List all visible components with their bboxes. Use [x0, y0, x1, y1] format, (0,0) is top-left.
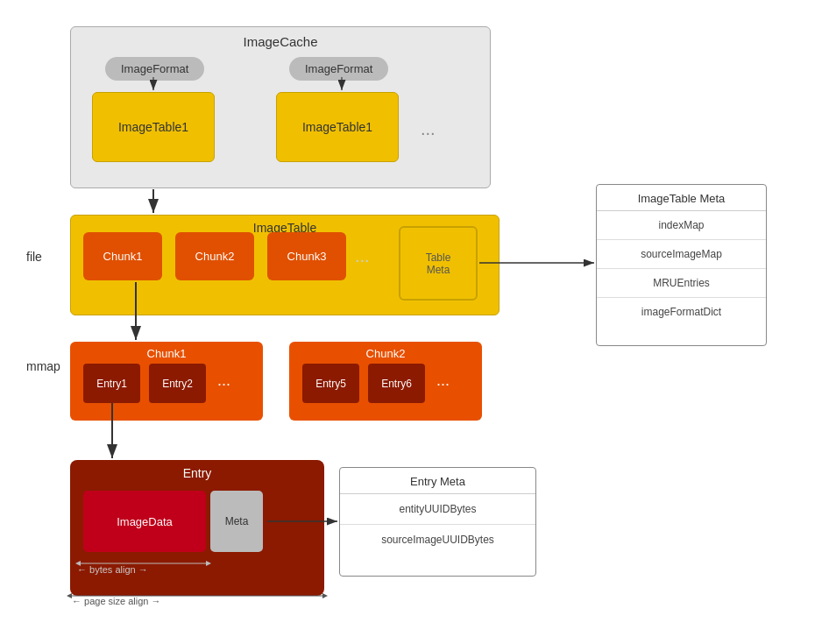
imagetable-meta-box: ImageTable Meta indexMap sourceImageMap … — [596, 184, 767, 346]
imagetable-meta-title: ImageTable Meta — [597, 185, 766, 211]
image-table-inner-1: ImageTable1 — [92, 92, 215, 162]
entry-big-label: Entry — [70, 460, 324, 480]
chunk2-imagetable: Chunk2 — [175, 232, 254, 280]
page-size-align-label: ← page size align → — [72, 596, 161, 606]
image-format-pill-1: ImageFormat — [105, 57, 204, 81]
chunk2-mmap-dots: ··· — [436, 375, 450, 393]
meta-box-entry: Meta — [210, 491, 263, 552]
table-meta-box: TableMeta — [399, 226, 478, 301]
it-meta-row-0: indexMap — [597, 211, 766, 240]
chunk3-imagetable: Chunk3 — [267, 232, 346, 280]
entry-meta-row-1: sourceImageUUIDBytes — [340, 525, 535, 555]
entry5-box: Entry5 — [302, 364, 359, 403]
chunk2-mmap-label: Chunk2 — [289, 342, 482, 360]
entry-meta-row-0: entityUUIDBytes — [340, 494, 535, 525]
entry-meta-box: Entry Meta entityUUIDBytes sourceImageUU… — [339, 467, 536, 577]
entry-meta-title: Entry Meta — [340, 468, 535, 494]
image-cache-label: ImageCache — [71, 27, 490, 49]
it-meta-row-2: MRUEntries — [597, 269, 766, 298]
chunk1-mmap-label: Chunk1 — [70, 342, 263, 360]
bytes-align-label: ← bytes align → — [77, 564, 148, 575]
image-table-inner-2: ImageTable1 — [276, 92, 399, 162]
image-data-box: ImageData — [83, 491, 206, 552]
chunk1-mmap-dots: ··· — [217, 375, 230, 393]
chunk1-imagetable: Chunk1 — [83, 232, 162, 280]
it-meta-row-3: imageFormatDict — [597, 298, 766, 326]
cache-dots: ··· — [421, 123, 436, 143]
entry1-box: Entry1 — [83, 364, 140, 403]
image-format-pill-2: ImageFormat — [289, 57, 388, 81]
it-meta-row-1: sourceImageMap — [597, 240, 766, 269]
svg-marker-14 — [322, 593, 328, 598]
diagram: ImageCache ImageFormat ImageFormat Image… — [0, 0, 836, 644]
entry2-box: Entry2 — [149, 364, 206, 403]
mmap-label: mmap — [26, 359, 60, 373]
file-label: file — [26, 250, 42, 264]
entry6-box: Entry6 — [368, 364, 425, 403]
imagetable-dots: ··· — [355, 250, 370, 270]
